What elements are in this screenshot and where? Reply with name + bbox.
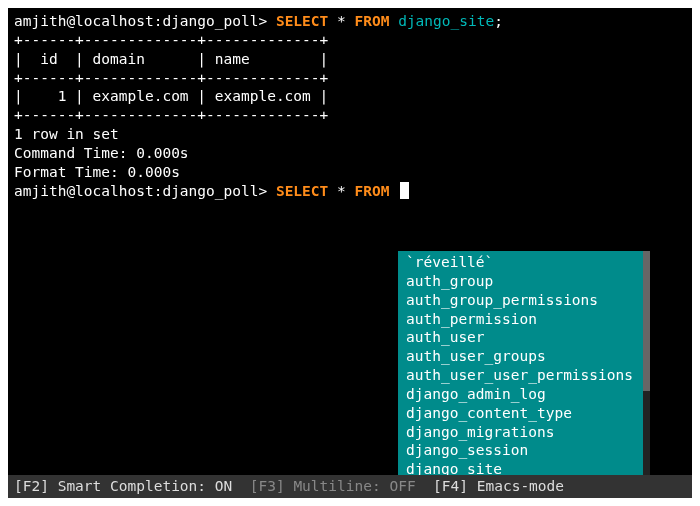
- status-f2-state: ON: [215, 478, 232, 494]
- status-f3-key: [F3]: [232, 478, 284, 494]
- autocomplete-item[interactable]: auth_permission: [398, 310, 643, 329]
- status-f3-label: Multiline:: [285, 478, 390, 494]
- table-header: | id | domain | name |: [14, 50, 686, 69]
- prompt-db: django_poll>: [162, 13, 267, 29]
- status-f3-state: OFF: [389, 478, 415, 494]
- status-f2-label: Smart Completion:: [49, 478, 215, 494]
- scrollbar-thumb[interactable]: [643, 251, 650, 391]
- text-cursor: [400, 182, 409, 199]
- autocomplete-item[interactable]: django_admin_log: [398, 385, 643, 404]
- prompt-userhost: amjith@localhost:: [14, 183, 162, 199]
- sql-star: *: [337, 13, 346, 29]
- status-f4-label: Emacs-mode: [468, 478, 564, 494]
- autocomplete-item[interactable]: auth_user_groups: [398, 347, 643, 366]
- sql-from-keyword: FROM: [355, 183, 390, 199]
- sql-table-name: django_site: [398, 13, 494, 29]
- sql-select-keyword: SELECT: [276, 13, 328, 29]
- autocomplete-scrollbar[interactable]: [643, 251, 650, 479]
- status-bar: [F2] Smart Completion: ON [F3] Multiline…: [8, 475, 692, 498]
- status-f2-key: [F2]: [14, 478, 49, 494]
- result-summary: 1 row in set: [14, 125, 686, 144]
- sql-select-keyword: SELECT: [276, 183, 328, 199]
- table-border: +------+-------------+-------------+: [14, 69, 686, 88]
- prompt-userhost: amjith@localhost:: [14, 13, 162, 29]
- autocomplete-item[interactable]: `réveillé`: [398, 253, 643, 272]
- terminal-window[interactable]: amjith@localhost:django_poll> SELECT * F…: [8, 8, 692, 498]
- autocomplete-item[interactable]: auth_group: [398, 272, 643, 291]
- autocomplete-item[interactable]: django_session: [398, 441, 643, 460]
- autocomplete-item[interactable]: django_content_type: [398, 404, 643, 423]
- prompt-db: django_poll>: [162, 183, 267, 199]
- prompt-line-1: amjith@localhost:django_poll> SELECT * F…: [14, 12, 686, 31]
- autocomplete-item[interactable]: auth_user: [398, 328, 643, 347]
- format-time: Format Time: 0.000s: [14, 163, 686, 182]
- autocomplete-item[interactable]: auth_group_permissions: [398, 291, 643, 310]
- autocomplete-item[interactable]: django_migrations: [398, 423, 643, 442]
- table-border: +------+-------------+-------------+: [14, 31, 686, 50]
- table-row: | 1 | example.com | example.com |: [14, 87, 686, 106]
- status-f4-key: [F4]: [416, 478, 468, 494]
- table-border: +------+-------------+-------------+: [14, 106, 686, 125]
- sql-star: *: [337, 183, 346, 199]
- sql-semicolon: ;: [494, 13, 503, 29]
- sql-from-keyword: FROM: [355, 13, 390, 29]
- autocomplete-item[interactable]: auth_user_user_permissions: [398, 366, 643, 385]
- autocomplete-menu[interactable]: `réveillé` auth_group auth_group_permiss…: [398, 251, 643, 481]
- prompt-line-2[interactable]: amjith@localhost:django_poll> SELECT * F…: [14, 182, 686, 201]
- command-time: Command Time: 0.000s: [14, 144, 686, 163]
